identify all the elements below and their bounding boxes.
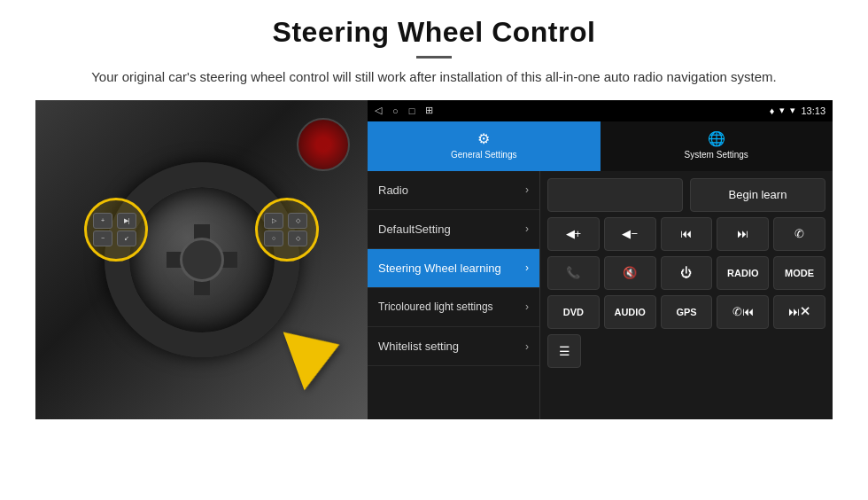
- call-accept-button[interactable]: 📞: [547, 256, 600, 290]
- tab-bar: ⚙ General Settings 🌐 System Settings: [368, 121, 833, 171]
- sw-btn-6: ◇: [288, 213, 307, 229]
- yellow-arrow: [283, 315, 351, 390]
- call-accept-icon: 📞: [566, 266, 580, 279]
- yellow-circle-right: ▷ ◇ ○ ◇: [255, 198, 319, 262]
- sw-btn-2: ▶|: [117, 213, 136, 229]
- next-track-icon: ⏭: [737, 227, 748, 240]
- content-area: + ▶| − ↙ ▷ ◇ ○ ◇: [35, 100, 833, 419]
- yellow-circle-left: + ▶| − ↙: [84, 198, 148, 262]
- phone-button[interactable]: ✆: [773, 217, 825, 251]
- general-settings-icon: ⚙: [477, 130, 490, 147]
- menu-icon: ☰: [559, 344, 570, 358]
- car-image-panel: + ▶| − ↙ ▷ ◇ ○ ◇: [35, 100, 368, 419]
- sw-btn-5: ▷: [264, 213, 283, 229]
- status-right: ♦ ▾ ▾ 13:13: [770, 105, 825, 116]
- chevron-icon-whitelist: ›: [525, 340, 529, 353]
- chevron-icon-steering: ›: [525, 262, 529, 274]
- status-nav: ◁ ○ □ ⊞: [375, 105, 433, 116]
- audio-label: AUDIO: [614, 307, 645, 317]
- gps-button[interactable]: GPS: [661, 295, 713, 329]
- menu-item-tricoloured[interactable]: Tricoloured light settings ›: [368, 288, 539, 328]
- tab-general-label: General Settings: [451, 150, 517, 160]
- sw-btn-8: ◇: [288, 230, 307, 246]
- phone-icon: ✆: [794, 227, 804, 240]
- menu-steering-label: Steering Wheel learning: [378, 262, 501, 275]
- menu-whitelist-label: Whitelist setting: [378, 340, 459, 353]
- back-nav-icon[interactable]: ◁: [375, 105, 382, 116]
- radio-mode-button[interactable]: RADIO: [717, 256, 769, 290]
- steering-wheel-ring: [105, 162, 299, 357]
- chevron-icon-radio: ›: [525, 184, 529, 196]
- skip-next-icon: ⏭✕: [788, 305, 811, 318]
- mode-button[interactable]: MODE: [773, 256, 825, 290]
- sw-btn-7: ○: [264, 230, 283, 246]
- menu-item-default[interactable]: DefaultSetting ›: [368, 210, 539, 249]
- page-subtitle: Your original car's steering wheel contr…: [35, 67, 833, 88]
- control-row-4: ☰: [547, 334, 825, 368]
- control-row-3: DVD AUDIO GPS ✆⏮ ⏭✕: [547, 295, 825, 329]
- chevron-icon-default: ›: [525, 223, 529, 235]
- wifi-icon: ▾: [790, 105, 795, 116]
- control-panel: Begin learn ◀+ ◀− ⏮: [540, 171, 833, 419]
- sw-btn-4: ↙: [117, 230, 136, 246]
- begin-learn-button[interactable]: Begin learn: [690, 178, 825, 212]
- gauge-hint: [297, 118, 350, 171]
- audio-button[interactable]: AUDIO: [604, 295, 656, 329]
- tab-system[interactable]: 🌐 System Settings: [601, 121, 833, 171]
- radio-row: Begin learn: [547, 178, 825, 212]
- dvd-label: DVD: [563, 307, 584, 317]
- arrow-overlay: [292, 322, 341, 384]
- menu-tricoloured-label: Tricoloured light settings: [378, 301, 493, 315]
- chevron-icon-tricoloured: ›: [525, 301, 529, 315]
- sw-center: [180, 238, 224, 282]
- menu-radio-label: Radio: [378, 184, 408, 197]
- tab-system-label: System Settings: [685, 150, 748, 160]
- signal-icon: ▾: [779, 105, 785, 116]
- menu-item-radio[interactable]: Radio ›: [368, 171, 539, 210]
- vol-up-button[interactable]: ◀+: [547, 217, 600, 251]
- vol-down-icon: ◀−: [622, 227, 638, 240]
- skip-next-button[interactable]: ⏭✕: [773, 295, 825, 329]
- location-icon: ♦: [770, 105, 775, 116]
- title-divider: [416, 56, 452, 59]
- menu-nav-icon[interactable]: ⊞: [425, 105, 433, 116]
- menu-item-steering[interactable]: Steering Wheel learning ›: [368, 249, 539, 288]
- system-settings-icon: 🌐: [708, 130, 725, 147]
- menu-list: Radio › DefaultSetting › Steering Wheel …: [368, 171, 540, 419]
- control-row-1: ◀+ ◀− ⏮ ⏭ ✆: [547, 217, 825, 251]
- home-nav-icon[interactable]: ○: [392, 105, 399, 116]
- main-content: Radio › DefaultSetting › Steering Wheel …: [368, 171, 833, 419]
- tab-general[interactable]: ⚙ General Settings: [368, 121, 601, 171]
- mode-label: MODE: [785, 268, 814, 278]
- status-time: 13:13: [801, 105, 825, 116]
- next-track-button[interactable]: ⏭: [717, 217, 769, 251]
- gps-label: GPS: [676, 307, 696, 317]
- android-panel: ◁ ○ □ ⊞ ♦ ▾ ▾ 13:13 ⚙ General Settings: [368, 100, 833, 419]
- phone-prev-button[interactable]: ✆⏮: [717, 295, 769, 329]
- status-bar: ◁ ○ □ ⊞ ♦ ▾ ▾ 13:13: [368, 100, 833, 121]
- mute-button[interactable]: 🔇: [604, 256, 656, 290]
- vol-down-button[interactable]: ◀−: [604, 217, 656, 251]
- power-icon: ⏻: [680, 266, 692, 279]
- prev-track-button[interactable]: ⏮: [661, 217, 713, 251]
- recent-nav-icon[interactable]: □: [409, 105, 415, 116]
- sw-btn-1: +: [93, 213, 112, 229]
- mute-icon: 🔇: [623, 266, 637, 279]
- blank-button[interactable]: [547, 178, 683, 212]
- control-row-2: 📞 🔇 ⏻ RADIO MODE: [547, 256, 825, 290]
- menu-item-whitelist[interactable]: Whitelist setting ›: [368, 327, 539, 366]
- menu-default-label: DefaultSetting: [378, 223, 451, 236]
- prev-track-icon: ⏮: [680, 227, 692, 240]
- page-title: Steering Wheel Control: [35, 16, 833, 49]
- power-button[interactable]: ⏻: [661, 256, 713, 290]
- sw-btn-3: −: [93, 230, 112, 246]
- radio-mode-label: RADIO: [727, 268, 758, 278]
- begin-learn-label: Begin learn: [729, 188, 787, 201]
- vol-up-icon: ◀+: [566, 227, 582, 240]
- menu-icon-button[interactable]: ☰: [547, 334, 581, 368]
- dvd-button[interactable]: DVD: [547, 295, 600, 329]
- phone-prev-icon: ✆⏮: [732, 305, 754, 318]
